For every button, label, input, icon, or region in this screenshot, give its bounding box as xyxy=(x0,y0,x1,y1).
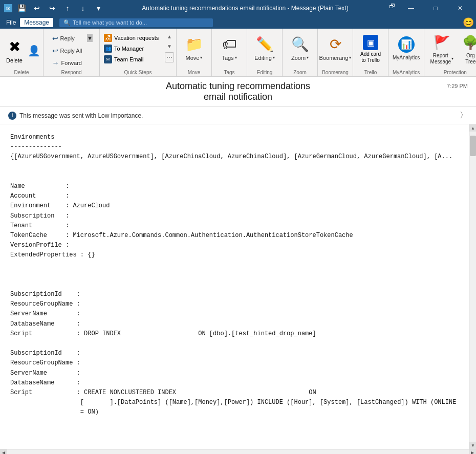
menu-message[interactable]: Message xyxy=(20,18,53,27)
tags-dropdown-icon: ▾ xyxy=(235,55,237,60)
trello-button[interactable]: ▣ Add cardto Trello xyxy=(357,33,384,66)
search-bar: 🔍 Tell me what you want to do... xyxy=(59,18,213,27)
myanalytics-group-label: MyAnalytics xyxy=(393,69,420,76)
quickstep-manager[interactable]: 👥 To Manager xyxy=(102,44,163,54)
trello-content: ▣ Add cardto Trello xyxy=(357,31,384,69)
manager-icon: 👥 xyxy=(104,45,112,53)
header-right: 7:29 PM xyxy=(315,81,468,89)
email-body-wrapper: Environments -------------- {[AzureUSGov… xyxy=(0,124,476,449)
delete-group-label: Delete xyxy=(14,69,29,76)
email-title: Automatic tuning recommendations email n… xyxy=(161,81,314,102)
boomerang-dropdown-icon: ▾ xyxy=(349,55,351,60)
zoom-icon: 🔍 xyxy=(291,36,309,53)
report-icon: 🚩 xyxy=(434,35,450,51)
reply-button[interactable]: ↩ Reply xyxy=(49,33,85,44)
move-content: 📁 Move ▾ xyxy=(181,31,207,69)
title-bar: ✉ 💾 ↩ ↪ ↑ ↓ ▾ Automatic tuning recommend… xyxy=(0,0,476,16)
email-importance: i This message was sent with Low importa… xyxy=(0,107,476,124)
redo-btn[interactable]: ↪ xyxy=(46,2,58,14)
respond-group-label: Respond xyxy=(61,69,81,76)
ribbon-group-trello: ▣ Add cardto Trello Trello xyxy=(353,29,388,76)
maximize-btn[interactable]: □ xyxy=(424,0,447,16)
menu-file[interactable]: File xyxy=(2,18,20,27)
scrollbar-thumb[interactable] xyxy=(470,136,476,156)
boomerang-content: ⟳ Boomerang ▾ xyxy=(322,31,349,69)
quickstep-vacation[interactable]: 🏖 Vacation requests xyxy=(102,33,163,43)
h-scroll-track[interactable] xyxy=(7,449,469,454)
undo-btn[interactable]: ↩ xyxy=(31,2,43,14)
smiley-icon: 😊 xyxy=(463,17,474,28)
ribbon-group-myanalytics: 📊 MyAnalytics MyAnalytics xyxy=(388,29,424,76)
ignore-button[interactable]: 👤 xyxy=(28,42,40,59)
quicksteps-expand[interactable]: ⋯ xyxy=(165,52,174,62)
editing-icon: ✏️ xyxy=(256,36,274,53)
scroll-left-btn[interactable]: ◀ xyxy=(0,449,7,455)
email-body[interactable]: Environments -------------- {[AzureUSGov… xyxy=(0,124,469,449)
up-btn[interactable]: ↑ xyxy=(61,2,74,14)
email-header: Automatic tuning recommendations email n… xyxy=(0,77,476,107)
restore-btn[interactable]: 🗗 xyxy=(386,0,398,12)
minimize-btn[interactable]: — xyxy=(399,0,423,16)
ribbon-group-respond: ↩ Reply ↩ Reply All → Forward ▾ Respond xyxy=(44,29,100,76)
boomerang-icon: ⟳ xyxy=(330,36,341,53)
quicksteps-scroll-down[interactable]: ▼ xyxy=(165,42,174,50)
ribbon-group-tags: 🏷 Tags ▾ Tags xyxy=(212,29,247,76)
delete-icon: ✖ xyxy=(9,38,20,55)
down-btn[interactable]: ↓ xyxy=(77,2,89,14)
info-icon: i xyxy=(8,112,16,120)
move-icon: 📁 xyxy=(185,36,203,53)
org-tree-button[interactable]: 🌳 OrgTree xyxy=(458,33,476,67)
close-btn[interactable]: ✕ xyxy=(448,0,472,16)
respond-group-content: ↩ Reply ↩ Reply All → Forward ▾ xyxy=(49,31,94,69)
quicksteps-list: 🏖 Vacation requests 👥 To Manager ✉ Team … xyxy=(102,33,163,64)
delete-group-content: ✖ Delete 👤 xyxy=(3,31,40,69)
importance-text: This message was sent with Low importanc… xyxy=(19,112,143,119)
search-icon: 🔍 xyxy=(63,19,71,26)
myanalytics-content: 📊 MyAnalytics xyxy=(393,31,420,69)
forward-button[interactable]: → Forward xyxy=(49,57,85,69)
scroll-down-btn[interactable]: ▼ xyxy=(469,442,476,449)
more-btn[interactable]: ▾ xyxy=(92,2,104,14)
ribbon-group-protection: 🚩 ReportMessage▾ 🌳 OrgTree Protection xyxy=(424,29,476,76)
people-icon: 👤 xyxy=(28,45,40,57)
window-title: Automatic tuning recommendations email n… xyxy=(104,5,386,12)
ribbon-group-delete: ✖ Delete 👤 Delete xyxy=(0,29,44,76)
zoom-button[interactable]: 🔍 Zoom ▾ xyxy=(287,33,313,63)
editing-button[interactable]: ✏️ Editing ▾ xyxy=(251,33,278,63)
boomerang-group-label: Boomerang xyxy=(322,69,349,76)
quickstep-team[interactable]: ✉ Team Email xyxy=(102,54,163,64)
email-container: Automatic tuning recommendations email n… xyxy=(0,77,476,454)
delete-button[interactable]: ✖ Delete xyxy=(3,36,26,66)
scrollbar-track[interactable] xyxy=(469,132,476,442)
menu-bar: File Message 🔍 Tell me what you want to … xyxy=(0,16,476,29)
tags-icon: 🏷 xyxy=(222,36,236,53)
org-tree-icon: 🌳 xyxy=(462,35,476,51)
trello-icon: ▣ xyxy=(363,35,378,50)
scroll-up-btn[interactable]: ▲ xyxy=(469,124,476,132)
respond-col: ↩ Reply ↩ Reply All → Forward xyxy=(49,33,85,69)
reply-all-icon: ↩ xyxy=(52,47,58,55)
report-dropdown-icon: ▾ xyxy=(451,56,453,61)
save-btn[interactable]: 💾 xyxy=(15,2,28,14)
reply-icon: ↩ xyxy=(52,34,58,42)
email-time: 7:29 PM xyxy=(447,81,468,89)
quicksteps-content: 🏖 Vacation requests 👥 To Manager ✉ Team … xyxy=(102,31,174,69)
boomerang-button[interactable]: ⟳ Boomerang ▾ xyxy=(322,33,349,63)
scroll-right-btn[interactable]: ▶ xyxy=(469,449,476,455)
team-email-icon: ✉ xyxy=(104,55,112,63)
search-placeholder[interactable]: Tell me what you want to do... xyxy=(73,19,147,26)
title-bar-left: ✉ 💾 ↩ ↪ ↑ ↓ ▾ xyxy=(4,2,104,14)
expand-button[interactable]: 〉 xyxy=(460,110,468,121)
quicksteps-scroll-up[interactable]: ▲ xyxy=(165,33,174,40)
move-button[interactable]: 📁 Move ▾ xyxy=(181,33,207,63)
ribbon-group-editing: ✏️ Editing ▾ Editing xyxy=(247,29,283,76)
move-dropdown-icon: ▾ xyxy=(200,55,202,60)
protection-group-label: Protection xyxy=(444,69,467,76)
respond-more-btn[interactable]: ▾ xyxy=(86,33,94,43)
myanalytics-button[interactable]: 📊 MyAnalytics xyxy=(393,33,420,63)
report-message-button[interactable]: 🚩 ReportMessage▾ xyxy=(427,33,456,67)
tags-content: 🏷 Tags ▾ xyxy=(216,31,243,69)
vertical-scrollbar: ▲ ▼ xyxy=(469,124,476,449)
tags-button[interactable]: 🏷 Tags ▾ xyxy=(216,33,243,63)
reply-all-button[interactable]: ↩ Reply All xyxy=(49,45,85,56)
